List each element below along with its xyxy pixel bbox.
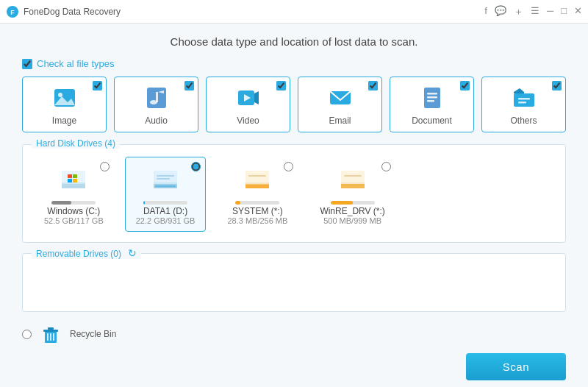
file-types-row: Image Audio [22,77,566,132]
drive-d-bar-wrap [143,201,187,205]
svg-rect-15 [427,96,437,99]
drive-c-bar-wrap [51,201,96,205]
drive-system-bar-wrap [235,201,279,205]
drive-winre-icon [337,163,369,196]
drive-c-size: 52.5 GB/117 GB [44,216,104,225]
svg-rect-27 [62,184,85,188]
app-logo: F [6,5,19,18]
svg-rect-20 [518,102,526,104]
facebook-icon[interactable]: f [484,5,487,18]
hard-disk-title: Hard Disk Drives (4) [32,138,120,149]
video-checkbox[interactable] [276,81,286,90]
drive-system[interactable]: SYSTEM (*:) 28.3 MB/256 MB [216,157,298,232]
check-all-checkbox[interactable] [22,59,32,69]
file-type-others[interactable]: Others [481,77,566,132]
email-icon [327,85,354,111]
audio-icon [143,85,170,111]
file-type-image[interactable]: Image [22,77,107,132]
others-label: Others [510,116,537,126]
hard-disk-section: Hard Disk Drives (4) [22,144,566,243]
drive-system-radio[interactable] [284,162,293,171]
recycle-bin-radio[interactable] [22,330,32,339]
drive-winre-bar-wrap [331,201,375,205]
document-label: Document [412,116,452,126]
svg-rect-30 [157,175,174,177]
drive-d-radio[interactable] [191,162,201,171]
plus-icon[interactable]: ＋ [514,5,523,18]
svg-marker-10 [254,91,259,104]
drive-d-bar [143,201,145,205]
document-checkbox[interactable] [460,81,470,90]
svg-rect-36 [248,175,266,177]
minimize-icon[interactable]: ─ [547,5,553,18]
check-all-label: Check al file types [37,58,115,69]
recycle-bin-row: Recycle Bin [22,322,566,346]
document-icon [419,85,445,111]
window-controls: f 💬 ＋ ☰ ─ □ ✕ [484,5,582,18]
recycle-bin-label: Recycle Bin [70,329,116,339]
titlebar: F FoneDog Data Recovery f 💬 ＋ ☰ ─ □ ✕ [0,0,588,24]
svg-rect-16 [427,100,434,102]
svg-rect-7 [156,92,158,102]
svg-rect-42 [341,184,365,188]
drive-d[interactable]: DATA1 (D:) 22.2 GB/931 GB [125,157,207,232]
video-icon [235,85,262,111]
drive-winre-size: 500 MB/999 MB [323,216,381,225]
drive-system-icon [241,163,273,196]
email-checkbox[interactable] [368,81,378,90]
file-type-video[interactable]: Video [206,77,290,132]
others-checkbox[interactable] [552,81,562,90]
svg-rect-41 [344,175,362,177]
email-label: Email [329,116,351,126]
drive-winre-name: WinRE_DRV (*:) [320,206,384,216]
page-title: Choose data type and location of lost da… [22,35,566,48]
svg-rect-24 [73,174,77,178]
scan-btn-row: Scan [22,353,566,380]
maximize-icon[interactable]: □ [561,5,567,18]
main-content: Choose data type and location of lost da… [0,24,588,387]
drive-winre[interactable]: WinRE_DRV (*:) 500 MB/999 MB [309,157,395,232]
refresh-icon[interactable]: ↻ [128,247,137,259]
close-icon[interactable]: ✕ [574,5,582,18]
svg-rect-19 [518,98,530,100]
drive-d-name: DATA1 (D:) [143,206,187,216]
image-checkbox[interactable] [93,81,102,90]
file-type-audio[interactable]: Audio [114,77,198,132]
recycle-bin-icon [39,322,62,346]
app-title: FoneDog Data Recovery [24,7,484,17]
drive-d-icon [149,163,182,196]
chat-icon[interactable]: 💬 [495,5,506,18]
removable-title: Removable Drives (0) ↻ [32,247,141,259]
svg-rect-25 [68,179,72,182]
drives-row: Windows (C:) 52.5 GB/117 GB [33,157,555,232]
drive-c-icon [57,163,90,196]
drive-c[interactable]: Windows (C:) 52.5 GB/117 GB [33,157,115,232]
svg-rect-26 [73,179,77,182]
svg-rect-23 [68,174,72,178]
drive-c-name: Windows (C:) [47,206,100,216]
file-type-document[interactable]: Document [390,77,474,132]
image-label: Image [52,116,76,126]
menu-icon[interactable]: ☰ [531,5,539,18]
drive-c-bar [51,201,71,205]
video-label: Video [237,116,259,126]
drive-system-size: 28.3 MB/256 MB [227,216,287,225]
file-type-email[interactable]: Email [298,77,382,132]
svg-rect-31 [157,178,170,180]
svg-rect-33 [155,185,176,188]
scan-button[interactable]: Scan [466,353,566,380]
audio-label: Audio [145,116,168,126]
drive-winre-bar [331,201,353,205]
svg-rect-45 [48,327,54,330]
drive-system-bar [235,201,240,205]
svg-rect-44 [43,330,58,332]
drive-c-radio[interactable] [100,162,110,171]
svg-rect-17 [514,93,534,107]
svg-rect-14 [427,93,437,95]
audio-checkbox[interactable] [184,81,194,90]
svg-rect-38 [245,185,269,188]
drive-system-name: SYSTEM (*:) [232,206,283,216]
drive-winre-radio[interactable] [381,162,391,171]
image-icon [51,85,78,111]
drive-d-size: 22.2 GB/931 GB [136,216,196,225]
